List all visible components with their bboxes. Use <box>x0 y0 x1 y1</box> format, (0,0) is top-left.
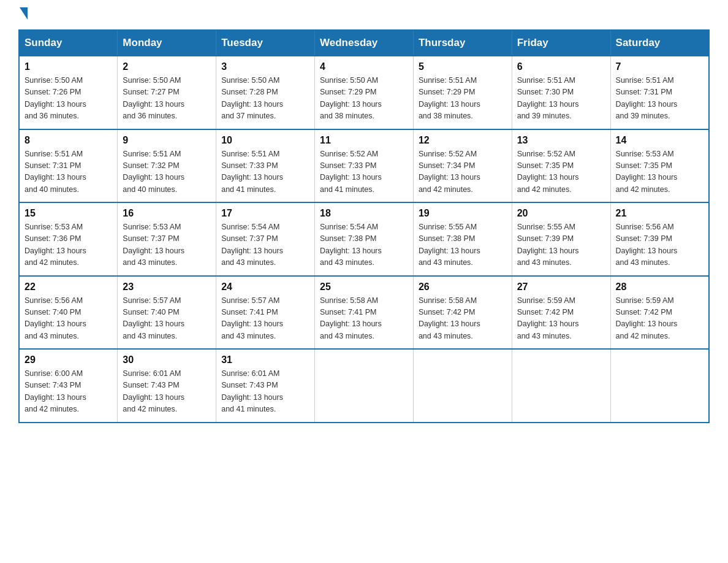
day-info: Sunrise: 5:55 AMSunset: 7:39 PMDaylight:… <box>517 221 605 269</box>
calendar-cell: 19Sunrise: 5:55 AMSunset: 7:38 PMDayligh… <box>413 202 512 276</box>
calendar-cell <box>315 349 414 423</box>
day-number: 13 <box>517 135 605 146</box>
calendar-cell <box>610 349 709 423</box>
calendar-cell: 27Sunrise: 5:59 AMSunset: 7:42 PMDayligh… <box>512 276 610 350</box>
calendar-cell: 22Sunrise: 5:56 AMSunset: 7:40 PMDayligh… <box>19 276 118 350</box>
page-header <box>18 12 710 17</box>
day-number: 22 <box>25 282 112 293</box>
calendar-cell: 9Sunrise: 5:51 AMSunset: 7:32 PMDaylight… <box>118 129 216 203</box>
day-info: Sunrise: 5:52 AMSunset: 7:34 PMDaylight:… <box>419 148 507 196</box>
calendar-week-row: 15Sunrise: 5:53 AMSunset: 7:36 PMDayligh… <box>19 202 709 276</box>
calendar-cell: 25Sunrise: 5:58 AMSunset: 7:41 PMDayligh… <box>315 276 414 350</box>
day-number: 12 <box>419 135 507 146</box>
day-number: 20 <box>517 208 605 219</box>
calendar-cell: 12Sunrise: 5:52 AMSunset: 7:34 PMDayligh… <box>413 129 512 203</box>
day-info: Sunrise: 6:01 AMSunset: 7:43 PMDaylight:… <box>123 368 211 416</box>
day-number: 16 <box>123 208 211 219</box>
calendar-cell: 6Sunrise: 5:51 AMSunset: 7:30 PMDaylight… <box>512 56 610 129</box>
day-info: Sunrise: 5:53 AMSunset: 7:36 PMDaylight:… <box>25 221 112 269</box>
day-info: Sunrise: 5:51 AMSunset: 7:33 PMDaylight:… <box>221 148 309 196</box>
logo <box>18 12 28 17</box>
day-info: Sunrise: 5:57 AMSunset: 7:40 PMDaylight:… <box>123 295 211 343</box>
day-number: 3 <box>221 61 309 72</box>
weekday-header-thursday: Thursday <box>413 30 512 56</box>
day-info: Sunrise: 5:51 AMSunset: 7:30 PMDaylight:… <box>517 75 605 123</box>
day-number: 2 <box>123 61 211 72</box>
day-number: 30 <box>123 354 211 366</box>
calendar-cell: 8Sunrise: 5:51 AMSunset: 7:31 PMDaylight… <box>19 129 118 203</box>
day-info: Sunrise: 5:55 AMSunset: 7:38 PMDaylight:… <box>419 221 507 269</box>
day-number: 9 <box>123 135 211 146</box>
calendar-cell: 11Sunrise: 5:52 AMSunset: 7:33 PMDayligh… <box>315 129 414 203</box>
calendar-cell: 18Sunrise: 5:54 AMSunset: 7:38 PMDayligh… <box>315 202 414 276</box>
day-info: Sunrise: 5:51 AMSunset: 7:29 PMDaylight:… <box>419 75 507 123</box>
calendar-cell: 13Sunrise: 5:52 AMSunset: 7:35 PMDayligh… <box>512 129 610 203</box>
calendar-cell: 4Sunrise: 5:50 AMSunset: 7:29 PMDaylight… <box>315 56 414 129</box>
calendar-cell: 5Sunrise: 5:51 AMSunset: 7:29 PMDaylight… <box>413 56 512 129</box>
day-number: 6 <box>517 61 605 72</box>
day-info: Sunrise: 5:50 AMSunset: 7:28 PMDaylight:… <box>221 75 309 123</box>
calendar-cell: 16Sunrise: 5:53 AMSunset: 7:37 PMDayligh… <box>118 202 216 276</box>
day-info: Sunrise: 5:59 AMSunset: 7:42 PMDaylight:… <box>517 295 605 343</box>
calendar-cell: 1Sunrise: 5:50 AMSunset: 7:26 PMDaylight… <box>19 56 118 129</box>
calendar-week-row: 29Sunrise: 6:00 AMSunset: 7:43 PMDayligh… <box>19 349 709 423</box>
day-number: 17 <box>221 208 309 219</box>
day-number: 25 <box>320 282 408 293</box>
day-number: 23 <box>123 282 211 293</box>
day-number: 31 <box>221 354 309 366</box>
calendar-cell: 24Sunrise: 5:57 AMSunset: 7:41 PMDayligh… <box>216 276 315 350</box>
calendar-cell: 29Sunrise: 6:00 AMSunset: 7:43 PMDayligh… <box>19 349 118 423</box>
calendar-cell: 17Sunrise: 5:54 AMSunset: 7:37 PMDayligh… <box>216 202 315 276</box>
day-info: Sunrise: 6:01 AMSunset: 7:43 PMDaylight:… <box>221 368 309 416</box>
day-info: Sunrise: 5:52 AMSunset: 7:35 PMDaylight:… <box>517 148 605 196</box>
day-info: Sunrise: 5:51 AMSunset: 7:31 PMDaylight:… <box>25 148 112 196</box>
calendar-cell: 14Sunrise: 5:53 AMSunset: 7:35 PMDayligh… <box>610 129 709 203</box>
day-number: 18 <box>320 208 408 219</box>
weekday-header-wednesday: Wednesday <box>315 30 414 56</box>
day-info: Sunrise: 5:58 AMSunset: 7:41 PMDaylight:… <box>320 295 408 343</box>
calendar-cell <box>512 349 610 423</box>
weekday-header-friday: Friday <box>512 30 610 56</box>
day-info: Sunrise: 5:53 AMSunset: 7:35 PMDaylight:… <box>616 148 703 196</box>
day-info: Sunrise: 5:52 AMSunset: 7:33 PMDaylight:… <box>320 148 408 196</box>
day-number: 19 <box>419 208 507 219</box>
calendar-cell <box>413 349 512 423</box>
day-info: Sunrise: 5:54 AMSunset: 7:38 PMDaylight:… <box>320 221 408 269</box>
weekday-header-monday: Monday <box>118 30 216 56</box>
calendar-table: SundayMondayTuesdayWednesdayThursdayFrid… <box>18 29 710 423</box>
day-number: 27 <box>517 282 605 293</box>
calendar-week-row: 1Sunrise: 5:50 AMSunset: 7:26 PMDaylight… <box>19 56 709 129</box>
day-info: Sunrise: 5:59 AMSunset: 7:42 PMDaylight:… <box>616 295 703 343</box>
weekday-header-sunday: Sunday <box>19 30 118 56</box>
day-info: Sunrise: 5:51 AMSunset: 7:32 PMDaylight:… <box>123 148 211 196</box>
day-info: Sunrise: 5:54 AMSunset: 7:37 PMDaylight:… <box>221 221 309 269</box>
day-info: Sunrise: 5:56 AMSunset: 7:39 PMDaylight:… <box>616 221 703 269</box>
weekday-header-row: SundayMondayTuesdayWednesdayThursdayFrid… <box>19 30 709 56</box>
calendar-cell: 23Sunrise: 5:57 AMSunset: 7:40 PMDayligh… <box>118 276 216 350</box>
calendar-cell: 31Sunrise: 6:01 AMSunset: 7:43 PMDayligh… <box>216 349 315 423</box>
calendar-cell: 28Sunrise: 5:59 AMSunset: 7:42 PMDayligh… <box>610 276 709 350</box>
day-number: 29 <box>25 354 112 366</box>
calendar-cell: 10Sunrise: 5:51 AMSunset: 7:33 PMDayligh… <box>216 129 315 203</box>
day-info: Sunrise: 5:51 AMSunset: 7:31 PMDaylight:… <box>616 75 703 123</box>
day-info: Sunrise: 5:50 AMSunset: 7:27 PMDaylight:… <box>123 75 211 123</box>
day-number: 5 <box>419 61 507 72</box>
day-number: 1 <box>25 61 112 72</box>
calendar-cell: 20Sunrise: 5:55 AMSunset: 7:39 PMDayligh… <box>512 202 610 276</box>
day-number: 7 <box>616 61 703 72</box>
day-number: 24 <box>221 282 309 293</box>
calendar-cell: 21Sunrise: 5:56 AMSunset: 7:39 PMDayligh… <box>610 202 709 276</box>
calendar-cell: 3Sunrise: 5:50 AMSunset: 7:28 PMDaylight… <box>216 56 315 129</box>
day-number: 26 <box>419 282 507 293</box>
calendar-cell: 7Sunrise: 5:51 AMSunset: 7:31 PMDaylight… <box>610 56 709 129</box>
day-info: Sunrise: 5:50 AMSunset: 7:26 PMDaylight:… <box>25 75 112 123</box>
day-info: Sunrise: 5:50 AMSunset: 7:29 PMDaylight:… <box>320 75 408 123</box>
day-number: 8 <box>25 135 112 146</box>
calendar-cell: 2Sunrise: 5:50 AMSunset: 7:27 PMDaylight… <box>118 56 216 129</box>
logo-arrow-icon <box>20 7 28 20</box>
calendar-cell: 26Sunrise: 5:58 AMSunset: 7:42 PMDayligh… <box>413 276 512 350</box>
day-number: 21 <box>616 208 703 219</box>
day-number: 10 <box>221 135 309 146</box>
calendar-week-row: 22Sunrise: 5:56 AMSunset: 7:40 PMDayligh… <box>19 276 709 350</box>
weekday-header-tuesday: Tuesday <box>216 30 315 56</box>
